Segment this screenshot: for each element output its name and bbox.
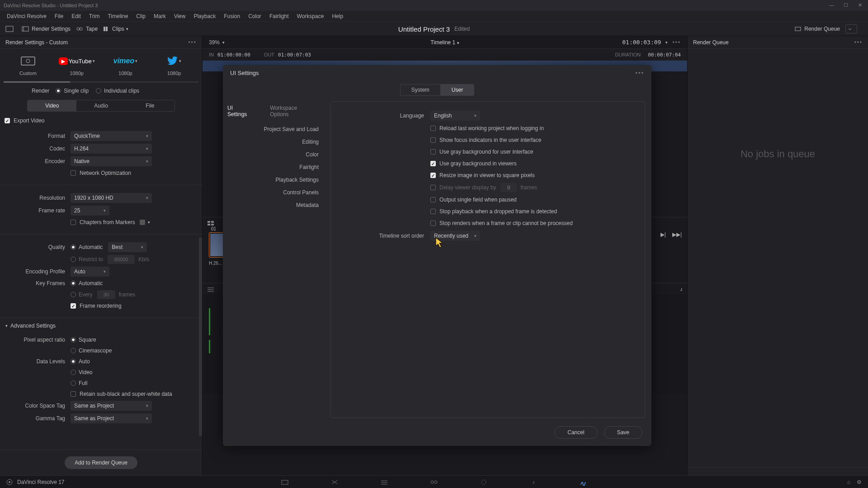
chevron-down-icon[interactable]: ▾ [148,220,150,225]
opt-graybg-ui-check[interactable] [430,149,436,155]
page-cut-icon[interactable] [330,478,339,487]
gammatag-select[interactable]: Same as Project▾ [71,413,152,423]
cat-project-save[interactable]: Project Save and Load [223,123,330,136]
menu-davinciresolve[interactable]: DaVinci Resolve [3,13,51,19]
menu-file[interactable]: File [51,13,67,19]
dl-video-radio[interactable] [71,370,76,375]
sort-select[interactable]: Recently used▾ [430,231,480,241]
queue-menu-icon[interactable]: ••• [854,39,863,46]
encoder-select[interactable]: Native▾ [71,156,152,166]
export-video-check[interactable] [5,118,10,123]
opt-stoprender-check[interactable] [430,221,436,226]
page-edit-icon[interactable] [380,478,389,487]
render-queue-button[interactable]: Render Queue [794,26,840,32]
chapters-check[interactable] [71,220,76,225]
codec-select[interactable]: H.264▾ [71,144,152,154]
timeline-view-icon[interactable] [207,286,214,292]
encprofile-select[interactable]: Auto▾ [71,267,109,277]
tab-video[interactable]: Video [28,100,76,111]
restrict-input[interactable] [108,255,135,264]
menu-playback[interactable]: Playback [189,13,220,19]
menu-view[interactable]: View [170,13,190,19]
par-cin-radio[interactable] [71,348,76,353]
menu-fairlight[interactable]: Fairlight [265,13,293,19]
menu-edit[interactable]: Edit [67,13,85,19]
close-icon[interactable]: ✕ [858,2,864,9]
expand-button[interactable] [845,24,857,33]
dialog-menu-icon[interactable]: ••• [635,70,644,76]
opt-resize-check[interactable] [430,173,436,178]
fullscreen-button[interactable] [5,26,16,32]
zoom-level[interactable]: 39% [209,39,220,46]
preset-twitter[interactable]: ▾ 1080p [150,55,198,76]
render-settings-button[interactable]: Render Settings [22,26,71,32]
menu-clip[interactable]: Clip [132,13,150,19]
timeline-name[interactable]: Timeline 1 [430,39,455,46]
settings-gear-icon[interactable]: ⚙ [857,479,862,485]
subtab-workspace[interactable]: Workspace Options [265,103,321,119]
minimize-icon[interactable]: — [829,2,835,9]
tab-file[interactable]: File [126,100,175,111]
viewer-menu-icon[interactable]: ••• [672,39,681,46]
preset-vimeo[interactable]: vimeo▾ 1080p [101,55,150,76]
resolution-select[interactable]: 868 x 488 HD▾ [71,193,152,203]
tape-button[interactable]: Tape [76,26,98,32]
individual-clips-radio[interactable] [96,88,101,94]
page-fusion-icon[interactable] [429,478,439,487]
thumbnail-view-icon[interactable] [207,221,214,226]
menu-timeline[interactable]: Timeline [104,13,132,19]
page-deliver-icon[interactable] [579,478,588,487]
home-icon[interactable]: ⌂ [847,479,850,485]
framerate-select[interactable]: 25▾ [71,206,109,216]
maximize-icon[interactable]: ☐ [844,2,850,9]
advanced-toggle[interactable]: ▾Advanced Settings [0,321,202,331]
dl-auto-radio[interactable] [71,359,76,364]
dl-retain-check[interactable] [71,391,76,397]
menu-color[interactable]: Color [244,13,265,19]
netopt-check[interactable] [71,170,76,176]
cat-control-panels[interactable]: Control Panels [223,186,330,199]
menu-help[interactable]: Help [328,13,347,19]
page-fairlight-icon[interactable]: ♪ [529,478,538,487]
tab-system[interactable]: System [400,84,440,96]
par-square-radio[interactable] [71,337,76,343]
opt-graybg-viewer-check[interactable] [430,161,436,166]
quality-auto-radio[interactable] [71,244,76,250]
delay-input[interactable] [500,183,517,192]
quality-best-select[interactable]: Best▾ [108,242,147,252]
subtab-ui-settings[interactable]: UI Settings [223,103,258,119]
menu-fusion[interactable]: Fusion [220,13,244,19]
cat-editing[interactable]: Editing [223,136,330,148]
opt-stopplayback-check[interactable] [430,209,436,214]
opt-focus-check[interactable] [430,137,436,143]
kf-auto-radio[interactable] [71,281,76,286]
single-clip-radio[interactable] [56,88,61,94]
cat-color[interactable]: Color [223,148,330,161]
music-icon[interactable]: ♪ [680,286,683,292]
quality-restrict-radio[interactable] [71,257,76,262]
opt-singlefield-check[interactable] [430,197,436,202]
clips-dropdown[interactable]: Clips▾ [103,26,128,32]
kf-reorder-check[interactable] [71,303,76,309]
cstag-select[interactable]: Same as Project▾ [71,401,152,411]
menu-mark[interactable]: Mark [150,13,170,19]
tab-user[interactable]: User [440,84,474,96]
opt-reload-check[interactable] [430,126,436,131]
page-color-icon[interactable] [479,478,488,487]
kf-every-input[interactable] [97,290,115,299]
cancel-button[interactable]: Cancel [554,426,597,439]
left-scrollbar[interactable] [199,237,202,436]
dl-full-radio[interactable] [71,380,76,386]
kf-every-radio[interactable] [71,292,76,297]
opt-delay-check[interactable] [430,185,436,190]
menu-workspace[interactable]: Workspace [293,13,328,19]
preset-scrollbar[interactable] [4,81,198,83]
format-select[interactable]: QuickTime▾ [71,131,152,141]
menu-trim[interactable]: Trim [85,13,104,19]
tc-chevron-icon[interactable]: ▾ [665,40,668,45]
cat-fairlight[interactable]: Fairlight [223,161,330,174]
preset-custom[interactable]: Custom [4,55,52,76]
panel-menu-icon[interactable]: ••• [188,39,197,46]
cat-metadata[interactable]: Metadata [223,199,330,211]
page-media-icon[interactable] [280,478,289,487]
